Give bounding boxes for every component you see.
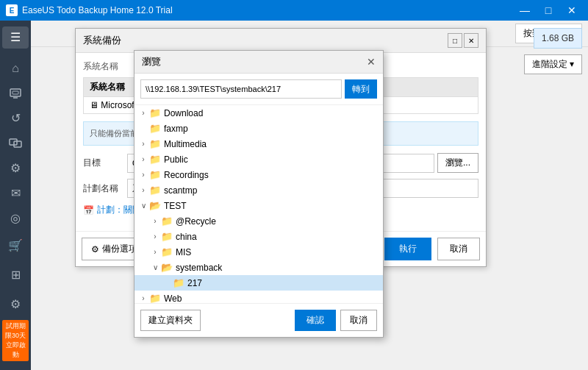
content-area: 按類型分類 ▾ 1.68 GB 進階設定 ▾ 系統備份 □ ✕ 系統名稱	[31, 21, 588, 370]
execute-button[interactable]: 執行	[384, 238, 431, 260]
tree-item[interactable]: ›📁Download	[135, 105, 383, 121]
tree-toggle-icon: ∨	[137, 202, 149, 210]
tree-item[interactable]: ∨📂TEST	[135, 198, 383, 213]
tree-toggle-icon: ›	[137, 294, 149, 302]
tree-item[interactable]: ›📁Web	[135, 291, 383, 304]
tree-item[interactable]: 📁faxmp	[135, 121, 383, 136]
tree-item[interactable]: ›📁Public	[135, 152, 383, 167]
mail-icon[interactable]: ✉	[2, 182, 29, 204]
backup-window-title: 系統備份	[83, 34, 121, 47]
home-icon[interactable]: ⌂	[2, 57, 29, 79]
browse-dialog: 瀏覽 ✕ 轉到 ›📁Download📁faxmp›📁Multimedia›📁Pu…	[134, 50, 384, 338]
backup-window-maximize[interactable]: □	[448, 33, 462, 48]
minimize-button[interactable]: —	[514, 0, 535, 21]
target-icon[interactable]: ◎	[2, 207, 29, 229]
folder-icon: 📁	[173, 277, 184, 288]
tree-item[interactable]: ›📁Multimedia	[135, 136, 383, 152]
browse-title-bar: 瀏覽 ✕	[135, 51, 383, 74]
browse-title: 瀏覽	[142, 55, 161, 68]
tree-item[interactable]: ›📁china	[135, 229, 383, 244]
browse-tree[interactable]: ›📁Download📁faxmp›📁Multimedia›📁Public›📁Re…	[135, 105, 383, 304]
browse-button[interactable]: 瀏覽...	[437, 153, 478, 173]
backup-window-controls: □ ✕	[448, 33, 478, 48]
restore-icon[interactable]: ↺	[2, 107, 29, 129]
tree-item[interactable]: ›📁MIS	[135, 244, 383, 260]
browse-path-row: 轉到	[135, 74, 383, 105]
tools-icon[interactable]: ⚙	[2, 157, 29, 179]
backup-options-label: 備份選項	[102, 243, 137, 255]
folder-icon: 📁	[149, 185, 161, 196]
tree-label: 217	[187, 278, 202, 288]
advanced-label: 進階設定 ▾	[532, 58, 574, 71]
folder-icon: 📁	[149, 123, 161, 134]
folder-icon: 📁	[161, 216, 173, 227]
browse-close-button[interactable]: ✕	[367, 56, 376, 68]
folder-icon: 📁	[149, 138, 161, 149]
disk-info: 1.68 GB	[534, 28, 582, 49]
app-title: EaseUS Todo Backup Home 12.0 Trial	[22, 5, 514, 15]
tree-label: Web	[164, 293, 182, 304]
tree-label: MIS	[176, 247, 191, 257]
apps-icon[interactable]: ⊞	[2, 261, 29, 288]
cancel-browse-button[interactable]: 取消	[340, 310, 377, 331]
create-folder-button[interactable]: 建立資料夾	[140, 310, 201, 331]
tree-toggle-icon: ›	[149, 217, 161, 225]
target-label: 目標	[83, 157, 127, 169]
app-icon: E	[6, 4, 18, 16]
plan-label: 計劃名稱	[83, 182, 127, 195]
tree-item[interactable]: ›📁scantmp	[135, 182, 383, 198]
folder-icon: 📁	[149, 293, 161, 304]
tree-label: china	[176, 232, 197, 242]
sidebar: ☰ ⌂ ↺ ⚙ ✉ ◎ 🛒 ⊞ ⚙ 試用期限30天立即啟動	[0, 21, 31, 370]
trial-badge[interactable]: 試用期限30天立即啟動	[2, 320, 29, 361]
svg-rect-3	[10, 139, 17, 145]
folder-icon: 📁	[161, 231, 173, 242]
tree-toggle-icon: ›	[149, 248, 161, 256]
browse-path-input[interactable]	[140, 79, 342, 99]
folder-icon: 📂	[149, 200, 161, 211]
close-button[interactable]: ✕	[562, 0, 582, 21]
settings-icon[interactable]: ⚙	[2, 291, 29, 317]
backup-icon[interactable]	[2, 82, 29, 104]
folder-icon: 📁	[149, 169, 161, 180]
browse-footer: 建立資料夾 確認 取消	[135, 304, 383, 337]
tree-toggle-icon: ›	[137, 186, 149, 194]
folder-icon: 📁	[149, 107, 161, 118]
browse-action-buttons: 確認 取消	[295, 310, 377, 331]
maximize-button[interactable]: □	[538, 0, 559, 21]
tree-toggle-icon: ›	[149, 232, 161, 241]
tree-label: faxmp	[164, 124, 188, 134]
tree-label: Download	[164, 108, 203, 118]
folder-icon: 📁	[161, 246, 173, 257]
svg-rect-4	[14, 141, 21, 147]
folder-icon: 📂	[161, 262, 173, 273]
clone-icon[interactable]	[2, 132, 29, 154]
tree-label: @Recycle	[176, 216, 216, 227]
tree-label: systemback	[176, 263, 222, 273]
window-controls: — □ ✕	[514, 0, 582, 21]
advanced-settings-button[interactable]: 進階設定 ▾	[524, 54, 582, 74]
menu-icon[interactable]: ☰	[2, 26, 29, 49]
confirm-button[interactable]: 確認	[295, 310, 336, 331]
tree-item[interactable]: ›📁Recordings	[135, 167, 383, 182]
goto-button[interactable]: 轉到	[345, 79, 377, 99]
backup-window-close[interactable]: ✕	[464, 33, 478, 48]
schedule-icon: 📅	[83, 205, 94, 216]
svg-rect-1	[12, 91, 18, 94]
tree-item[interactable]: ∨📂systemback	[135, 260, 383, 275]
gear-icon: ⚙	[91, 244, 99, 255]
tree-toggle-icon: ›	[137, 171, 149, 179]
svg-rect-0	[10, 89, 21, 96]
cart-icon[interactable]: 🛒	[2, 232, 29, 258]
folder-icon: 📁	[149, 154, 161, 165]
tree-toggle-icon: ∨	[149, 263, 161, 271]
disk-size: 1.68 GB	[542, 33, 574, 43]
tree-item[interactable]: ›📁@Recycle	[135, 213, 383, 229]
tree-item[interactable]: 📁217	[135, 275, 383, 291]
tree-toggle-icon: ›	[137, 109, 149, 117]
system-icon: 🖥	[90, 100, 101, 110]
tree-toggle-icon: ›	[137, 140, 149, 148]
tree-toggle-icon: ›	[137, 155, 149, 163]
cancel-backup-button[interactable]: 取消	[437, 238, 480, 260]
title-bar: E EaseUS Todo Backup Home 12.0 Trial — □…	[0, 0, 588, 21]
